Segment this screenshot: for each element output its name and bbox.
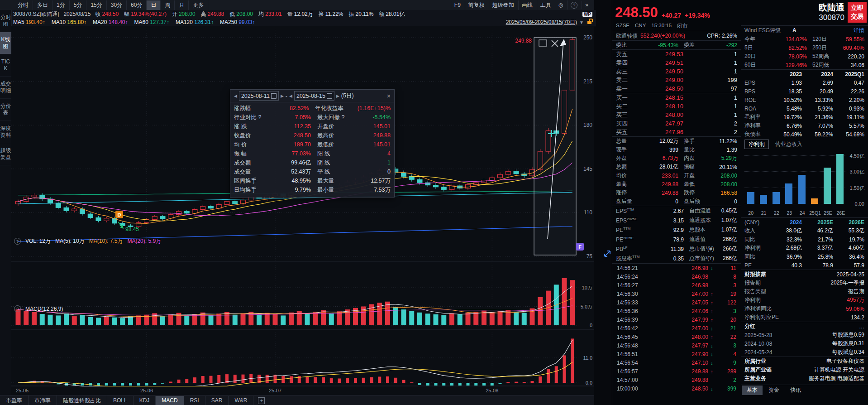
chart-area[interactable]: 2502151801451107525-0525-0625-0725-0810万… — [11, 26, 594, 395]
indicator-tab-BOLL[interactable]: BOLL — [107, 396, 134, 405]
valuation-row: PBLF11.39总市值¹(¥)266亿 — [612, 244, 741, 254]
sidebar-item-深度资料[interactable]: 深度资料 — [0, 121, 11, 143]
prev-date-icon[interactable]: ◀ — [234, 94, 237, 98]
help-icon[interactable]: ? — [14, 238, 21, 245]
tab-分时[interactable]: 分时 — [14, 0, 33, 10]
bar-gridline — [744, 204, 847, 204]
tab-1分[interactable]: 1分 — [52, 0, 70, 10]
tab-更多[interactable]: 更多 — [189, 0, 208, 10]
info-value: 11.22% — [325, 11, 343, 17]
volume-indicator-label: ? VOL: 12万 MA(5): 10万 MA(10): 7.5万 MA(20… — [14, 237, 161, 245]
ma-item: MA60 127.37↑ — [134, 19, 169, 25]
toolbar-工具[interactable]: 工具 — [537, 0, 554, 10]
convertible-bond-row[interactable]: 欧通转债 552.240(+20.00%) CPR:-2.26% — [612, 31, 741, 40]
period-tabs: 分时多日1分5分15分30分60分日周月更多 — [14, 0, 208, 10]
toolbar-超级叠加[interactable]: 超级叠加 — [489, 0, 517, 10]
ma-item: MA5 193.40↑ — [13, 19, 45, 25]
sidebar-item-K线图[interactable]: K线图 — [0, 32, 11, 54]
end-date-picker[interactable]: 2025-08-15 — [294, 91, 334, 101]
info-field: 幅19.34%(40.27) — [124, 10, 167, 18]
indicator-tab-W&R[interactable]: W&R — [229, 396, 253, 405]
info-value: 19.34%(40.27) — [131, 11, 167, 17]
tooltip-row: 收盘价248.50最高价249.88 — [234, 131, 391, 140]
bar-x-label: 20 — [744, 210, 757, 217]
indicator-tab-SAR[interactable]: SAR — [205, 396, 229, 405]
expand-icon[interactable] — [603, 249, 612, 260]
indicator-tab-市盈率[interactable]: 市盈率 — [0, 395, 29, 405]
date-range-control[interactable]: 2025/05/09-2025/08/15(70日) ▼ — [506, 19, 596, 26]
tab-月[interactable]: 月 — [175, 0, 189, 10]
sidebar-item-成交明细[interactable]: 成交明细 — [0, 77, 11, 99]
down-arrow-icon: ↓ — [708, 386, 715, 391]
tab-net-profit[interactable]: 净利润 — [744, 140, 769, 149]
indicator-tab-KDJ[interactable]: KDJ — [134, 396, 156, 405]
estimates-row: 收入38.0亿46.2亿55.3亿 — [741, 227, 868, 235]
tab-30分[interactable]: 30分 — [107, 0, 127, 10]
next-date-icon[interactable]: ▶ — [281, 94, 284, 98]
down-arrow-icon: ↓ — [708, 265, 715, 271]
svg-text:249.88: 249.88 — [515, 38, 532, 44]
close-icon[interactable]: × — [387, 92, 391, 100]
indicator-tab-RSI[interactable]: RSI — [184, 396, 205, 405]
panel-tab-基本[interactable]: 基本 — [742, 386, 763, 395]
tab-周[interactable]: 周 — [161, 0, 175, 10]
help-icon[interactable]: ? — [567, 0, 581, 10]
toolbar-画线[interactable]: 画线 — [518, 0, 536, 10]
sidebar-item-分价表[interactable]: 分价表 — [0, 99, 11, 121]
kline-chart[interactable]: 2502151801451107525-0525-0625-0725-0810万… — [11, 26, 594, 395]
info-bar: 300870.SZ[欧陆通] 2025/08/15 收248.50幅19.34%… — [11, 10, 596, 19]
sidebar-item-分时图[interactable]: 分时图 — [0, 10, 11, 32]
svg-text:D: D — [118, 212, 121, 217]
date-range-label[interactable]: 2025/05/09-2025/08/15(70日) — [506, 19, 577, 26]
tick-row: 14:56:51247.90↓4 — [612, 350, 741, 358]
stat-row: 盘后量0盘后额0 — [612, 197, 741, 206]
esg-detail-link[interactable]: 详情 — [854, 27, 864, 34]
prev-date-icon[interactable]: ◀ — [289, 94, 292, 98]
sidebar-item-超级复盘[interactable]: 超级复盘 — [0, 143, 11, 165]
next-date-icon[interactable]: ▶ — [336, 94, 339, 98]
add-indicator-icon[interactable]: + — [258, 397, 265, 404]
tab-15分[interactable]: 15分 — [86, 0, 106, 10]
start-date-picker[interactable]: 2025-08-11 — [239, 91, 279, 101]
change-value: +40.27 — [662, 12, 681, 19]
gear-icon[interactable]: ◎ — [555, 1, 566, 9]
panel-tab-快讯[interactable]: 快讯 — [785, 386, 806, 395]
industry-section: 所属行业电子设备和仪器所属产业链计算机电源 开关电源主营业务服务器电源 电源适配… — [741, 357, 868, 383]
info-field: 额28.01亿 — [379, 10, 405, 18]
bar-y-label: 0.00 — [848, 201, 864, 207]
tab-5分[interactable]: 5分 — [70, 0, 87, 10]
tab-日[interactable]: 日 — [147, 0, 161, 10]
tick-row: 14:56:45248.00↑22 — [612, 333, 741, 341]
tab-60分[interactable]: 60分 — [127, 0, 147, 10]
trade-now-button[interactable]: 立即 交易 — [848, 2, 867, 23]
svg-text:F: F — [578, 244, 582, 250]
lock-icon[interactable] — [587, 21, 591, 24]
indicator-tab-市净率[interactable]: 市净率 — [29, 395, 57, 405]
tab-revenue[interactable]: 营业总收入 — [773, 140, 804, 149]
chevron-down-icon[interactable]: ▼ — [579, 20, 584, 25]
price-row: 248.50 +40.27 +19.34% — [612, 0, 741, 22]
ma-values: MA5 193.40↑MA10 165.80↑MA20 148.40↑MA60 … — [13, 19, 255, 25]
info-value: 208.00 — [179, 11, 196, 17]
info-field: 振20.11% — [349, 10, 374, 18]
quote-panel: 248.50 +40.27 +19.34% SZSECNY15:30:15闭市 … — [612, 0, 741, 405]
toolbar-F9[interactable]: F9 — [451, 1, 464, 9]
more-icon[interactable]: … — [859, 323, 864, 330]
help-icon[interactable]: ? — [14, 305, 21, 312]
dividend-row: 2025-05-28每股派息0.59 — [741, 331, 868, 339]
estimates-row: 净利润2.68亿3.37亿4.60亿 — [741, 244, 868, 252]
indicator-tabs: 市盈率市净率陆股通持股占比BOLLKDJMACDRSISARW&R+ — [0, 395, 594, 405]
tooltip-row: 涨跌幅82.52%年化收益率(1.16E+15)% — [234, 104, 391, 113]
panel-tab-资金[interactable]: 资金 — [763, 386, 784, 395]
indicator-tab-陆股通持股占比[interactable]: 陆股通持股占比 — [57, 395, 107, 405]
stock-code: 300870 — [819, 13, 844, 22]
tab-多日[interactable]: 多日 — [33, 0, 52, 10]
toolbar-前复权[interactable]: 前复权 — [465, 0, 488, 10]
tooltip-row: 区间换手48.95%最大量12.57万 — [234, 176, 391, 185]
stat-row: 总量12.02万换手11.22% — [612, 137, 741, 145]
chevron-more-icon[interactable]: » — [582, 1, 591, 9]
indicator-tab-MACD[interactable]: MACD — [156, 396, 184, 405]
last-price: 248.50 — [615, 4, 658, 22]
sidebar-item-TICK[interactable]: TICK — [0, 54, 11, 77]
imbalance-row: 委比-95.43%委差-292 — [612, 41, 741, 49]
